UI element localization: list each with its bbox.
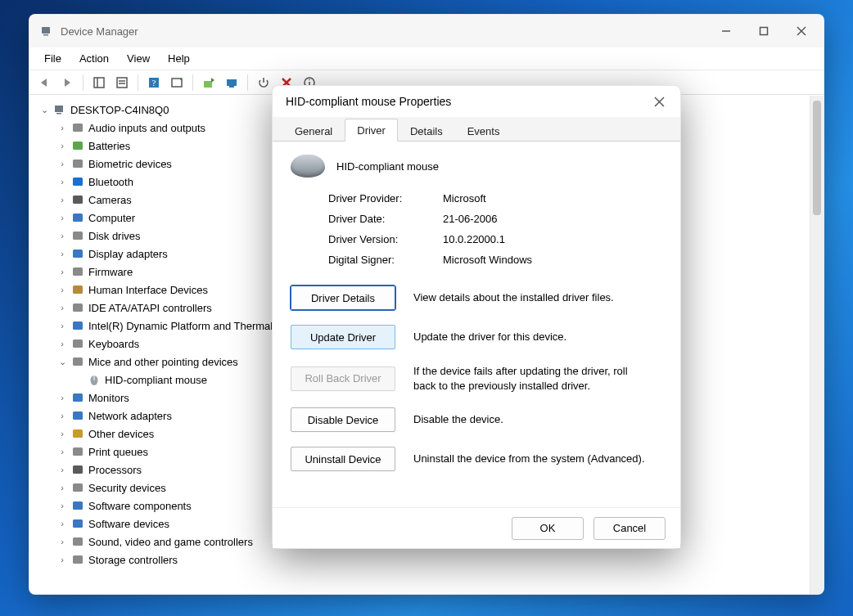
close-button[interactable] xyxy=(783,15,820,47)
version-label: Driver Version: xyxy=(328,233,443,245)
expand-icon[interactable]: › xyxy=(56,303,69,312)
svg-rect-16 xyxy=(229,86,234,88)
category-icon xyxy=(70,174,85,189)
menu-help[interactable]: Help xyxy=(160,50,198,67)
category-icon xyxy=(70,228,85,243)
collapse-icon[interactable]: ⌄ xyxy=(38,105,51,115)
collapse-icon[interactable]: ⌄ xyxy=(56,357,69,367)
dialog-close-button[interactable] xyxy=(646,90,672,113)
svg-rect-30 xyxy=(73,232,83,240)
tree-category-label: Cameras xyxy=(88,194,132,206)
category-icon xyxy=(70,480,85,495)
expand-icon[interactable]: › xyxy=(56,123,69,133)
tab-details[interactable]: Details xyxy=(398,119,455,142)
svg-rect-37 xyxy=(73,357,83,366)
update-driver-button[interactable] xyxy=(199,73,219,92)
cancel-button[interactable]: Cancel xyxy=(593,517,666,540)
svg-rect-24 xyxy=(73,124,83,132)
expand-icon[interactable]: › xyxy=(56,501,69,510)
expand-icon[interactable]: › xyxy=(56,177,69,187)
expand-icon[interactable]: › xyxy=(56,411,69,420)
expand-icon[interactable]: › xyxy=(56,249,69,259)
svg-rect-42 xyxy=(73,429,83,438)
titlebar[interactable]: Device Manager xyxy=(29,15,824,47)
maximize-button[interactable] xyxy=(745,15,783,47)
category-icon xyxy=(70,426,85,441)
category-icon xyxy=(70,534,85,549)
tree-category-label: Firmware xyxy=(88,266,133,278)
expand-icon[interactable]: › xyxy=(56,465,69,474)
action-button[interactable] xyxy=(167,73,187,92)
expand-icon[interactable]: › xyxy=(56,447,69,456)
expand-icon[interactable]: › xyxy=(56,429,69,438)
category-icon xyxy=(70,336,85,351)
show-hide-tree-button[interactable] xyxy=(89,73,109,92)
tree-category-label: Print queues xyxy=(88,446,148,458)
menu-action[interactable]: Action xyxy=(71,50,117,67)
provider-value: Microsoft xyxy=(443,192,662,205)
disable-device-button[interactable] xyxy=(254,73,273,92)
menu-view[interactable]: View xyxy=(119,50,158,67)
version-value: 10.0.22000.1 xyxy=(443,233,662,245)
mouse-icon xyxy=(87,372,102,387)
driver-details-button[interactable]: Driver Details xyxy=(291,286,395,310)
signer-label: Digital Signer: xyxy=(328,254,443,266)
scan-hardware-button[interactable] xyxy=(222,73,241,92)
category-icon xyxy=(70,138,85,153)
properties-button[interactable] xyxy=(112,73,132,92)
tree-category[interactable]: ›Storage controllers xyxy=(34,551,810,569)
dialog-footer: OK Cancel xyxy=(273,507,680,548)
expand-icon[interactable]: › xyxy=(56,141,69,151)
tree-category-label: Security devices xyxy=(88,482,166,494)
svg-rect-26 xyxy=(73,160,83,168)
category-icon xyxy=(70,318,85,333)
help-button[interactable]: ? xyxy=(144,73,164,92)
dialog-body: HID-compliant mouse Driver Provider: Mic… xyxy=(273,142,680,507)
expand-icon[interactable]: › xyxy=(56,285,69,295)
expand-icon[interactable]: › xyxy=(56,555,69,564)
svg-rect-36 xyxy=(73,339,83,348)
svg-rect-49 xyxy=(73,555,83,564)
app-icon xyxy=(39,24,54,38)
svg-rect-45 xyxy=(73,483,83,492)
dialog-titlebar[interactable]: HID-compliant mouse Properties xyxy=(273,86,680,117)
expand-icon[interactable]: › xyxy=(56,393,69,402)
menu-file[interactable]: File xyxy=(36,50,70,67)
expand-icon[interactable]: › xyxy=(56,321,69,330)
uninstall-device-desc: Uninstall the device from the system (Ad… xyxy=(413,452,651,466)
svg-rect-0 xyxy=(42,27,50,34)
expand-icon[interactable]: › xyxy=(56,537,69,546)
expand-icon[interactable]: › xyxy=(56,195,69,205)
expand-icon[interactable]: › xyxy=(56,231,69,241)
expand-icon[interactable]: › xyxy=(56,483,69,492)
disable-device-button[interactable]: Disable Device xyxy=(291,407,395,432)
expand-icon[interactable]: › xyxy=(56,519,69,528)
expand-icon[interactable]: › xyxy=(56,159,69,169)
tree-category-label: Mice and other pointing devices xyxy=(88,356,238,368)
minimize-button[interactable] xyxy=(707,15,745,47)
tree-category-label: Other devices xyxy=(88,428,154,440)
back-button[interactable] xyxy=(34,73,54,92)
svg-rect-22 xyxy=(55,106,63,112)
expand-icon[interactable]: › xyxy=(56,339,69,348)
category-icon xyxy=(70,156,85,171)
svg-text:?: ? xyxy=(152,78,156,88)
scrollbar[interactable] xyxy=(810,96,824,594)
expand-icon[interactable]: › xyxy=(56,267,69,277)
category-icon xyxy=(70,408,85,423)
driver-details-desc: View details about the installed driver … xyxy=(413,290,651,305)
tab-general[interactable]: General xyxy=(282,119,345,142)
tab-driver[interactable]: Driver xyxy=(345,119,398,142)
tab-events[interactable]: Events xyxy=(455,119,512,142)
ok-button[interactable]: OK xyxy=(512,517,584,540)
update-driver-button[interactable]: Update Driver xyxy=(291,325,395,349)
expand-icon[interactable]: › xyxy=(56,213,69,223)
menu-bar: File Action View Help xyxy=(29,47,824,70)
scrollbar-thumb[interactable] xyxy=(813,101,821,215)
uninstall-device-button[interactable]: Uninstall Device xyxy=(291,447,395,471)
forward-button[interactable] xyxy=(57,73,77,92)
svg-rect-33 xyxy=(73,286,83,294)
svg-rect-48 xyxy=(73,537,83,546)
tree-category-label: Monitors xyxy=(88,392,129,404)
svg-rect-44 xyxy=(73,465,83,474)
